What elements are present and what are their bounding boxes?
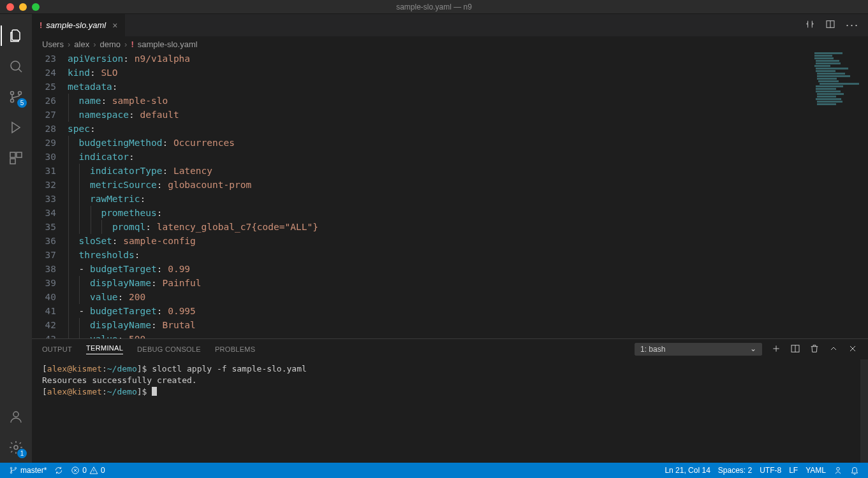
breadcrumb-segment[interactable]: demo [100, 40, 121, 49]
chevron-right-icon: › [124, 40, 127, 49]
chevron-right-icon: › [68, 40, 70, 49]
svg-point-13 [15, 467, 16, 468]
window-maximize-button[interactable] [32, 3, 40, 11]
window-minimize-button[interactable] [19, 3, 27, 11]
activity-bar: 5 1 [0, 14, 32, 463]
yaml-file-icon: ! [40, 20, 42, 30]
svg-rect-4 [10, 152, 15, 157]
files-icon [8, 28, 24, 43]
error-icon [71, 466, 80, 475]
extensions-icon [8, 150, 24, 166]
panel-tab-terminal[interactable]: TERMINAL [86, 344, 123, 354]
editor-tabs: ! sample-slo.yaml × ··· [32, 14, 868, 36]
panel-tab-bar: OUTPUTTERMINALDEBUG CONSOLEPROBLEMS 1: b… [32, 339, 868, 359]
branch-name: master* [20, 466, 47, 475]
error-count: 0 [82, 466, 87, 475]
more-actions-button[interactable]: ··· [846, 18, 859, 32]
new-terminal-button[interactable] [771, 344, 781, 355]
breadcrumb[interactable]: Users › alex › demo › ! sample-slo.yaml [32, 36, 868, 52]
accounts-button[interactable] [1, 402, 31, 432]
svg-point-15 [837, 467, 840, 470]
trash-icon [809, 344, 820, 354]
compare-changes-button[interactable] [805, 19, 815, 32]
status-bar: master* 0 0 Ln 21, Col 14 Spaces: 2 UTF-… [0, 463, 868, 478]
code-editor[interactable]: 2324252627282930313233343536373839404142… [32, 52, 868, 338]
kill-terminal-button[interactable] [809, 344, 820, 355]
terminal-scrollbar[interactable] [860, 359, 868, 463]
split-icon [825, 19, 835, 29]
svg-point-11 [10, 467, 11, 468]
notifications-button[interactable] [846, 463, 863, 478]
svg-point-1 [11, 92, 14, 95]
run-debug-tab[interactable] [1, 112, 31, 143]
warning-icon [89, 466, 98, 475]
source-control-tab[interactable]: 5 [1, 82, 31, 112]
eol-status[interactable]: LF [785, 463, 802, 478]
git-branch-status[interactable]: master* [5, 463, 50, 478]
split-terminal-button[interactable] [790, 344, 800, 355]
close-icon [848, 344, 858, 354]
panel-tab-problems[interactable]: PROBLEMS [215, 345, 256, 353]
bell-icon [850, 466, 859, 475]
feedback-icon [834, 466, 842, 475]
warning-count: 0 [101, 466, 105, 475]
sync-status[interactable] [50, 463, 67, 478]
breadcrumb-segment[interactable]: Users [42, 40, 64, 49]
code-content[interactable]: apiVersion: n9/v1alphakind: SLOmetadata:… [68, 52, 868, 338]
window-titlebar: sample-slo.yaml — n9 [0, 0, 868, 14]
terminal[interactable]: [alex@kismet:~/demo]$ sloctl apply -f sa… [32, 359, 868, 463]
chevron-right-icon: › [93, 40, 96, 49]
chevron-up-icon [828, 344, 839, 354]
tab-close-button[interactable]: × [112, 20, 117, 31]
play-bug-icon [8, 120, 24, 135]
close-panel-button[interactable] [848, 344, 858, 355]
sync-icon [54, 466, 63, 475]
svg-rect-5 [17, 152, 22, 157]
breadcrumb-segment[interactable]: sample-slo.yaml [138, 40, 198, 49]
feedback-button[interactable] [830, 463, 846, 478]
svg-point-2 [11, 99, 14, 103]
panel-tab-debug-console[interactable]: DEBUG CONSOLE [137, 345, 201, 353]
bottom-panel: OUTPUTTERMINALDEBUG CONSOLEPROBLEMS 1: b… [32, 338, 868, 463]
line-number-gutter: 2324252627282930313233343536373839404142… [32, 52, 68, 338]
tab-label: sample-slo.yaml [46, 20, 106, 30]
svg-point-7 [13, 412, 18, 417]
panel-tab-output[interactable]: OUTPUT [42, 345, 72, 353]
branch-icon [9, 466, 18, 475]
svg-point-3 [18, 92, 22, 95]
plus-icon [771, 344, 781, 354]
problems-status[interactable]: 0 0 [67, 463, 108, 478]
account-icon [8, 409, 24, 424]
window-title: sample-slo.yaml — n9 [396, 3, 472, 11]
window-close-button[interactable] [6, 3, 14, 11]
search-tab[interactable] [1, 51, 31, 82]
svg-point-8 [14, 445, 18, 449]
tab-sample-slo[interactable]: ! sample-slo.yaml × [32, 14, 126, 36]
extensions-tab[interactable] [1, 143, 31, 173]
source-control-badge: 5 [17, 98, 27, 108]
maximize-panel-button[interactable] [828, 344, 839, 355]
svg-rect-6 [10, 159, 15, 164]
split-editor-button[interactable] [825, 19, 835, 32]
explorer-tab[interactable] [1, 20, 31, 51]
settings-button[interactable]: 1 [1, 432, 31, 463]
cursor-position[interactable]: Ln 21, Col 14 [661, 463, 714, 478]
compare-icon [805, 19, 815, 29]
breadcrumb-segment[interactable]: alex [74, 40, 89, 49]
settings-badge: 1 [17, 449, 27, 458]
yaml-file-icon: ! [131, 40, 133, 49]
split-icon [790, 344, 800, 354]
indentation-status[interactable]: Spaces: 2 [714, 463, 756, 478]
terminal-shell-selector[interactable]: 1: bash [635, 343, 762, 356]
language-mode[interactable]: YAML [802, 463, 830, 478]
search-icon [8, 59, 24, 74]
minimap[interactable] [811, 52, 868, 141]
encoding-status[interactable]: UTF-8 [756, 463, 785, 478]
svg-point-0 [11, 61, 20, 70]
svg-point-12 [10, 472, 11, 473]
